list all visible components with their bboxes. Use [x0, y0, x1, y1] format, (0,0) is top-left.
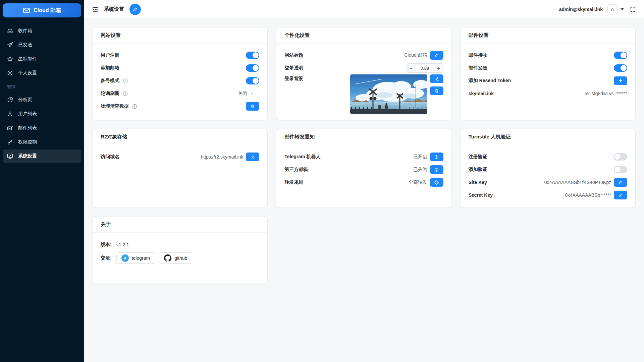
setting-row-purge: 物理清空数据 [101, 100, 259, 113]
sidebar-item-system-settings[interactable]: 系统设置 [3, 149, 81, 163]
sidebar-item-permissions[interactable]: 权限控制 [3, 135, 81, 149]
token-domain-label: skymail.ink [469, 91, 494, 96]
github-link-button[interactable]: github [159, 252, 192, 264]
add-mailbox-toggle[interactable] [246, 64, 259, 72]
setting-row-multi-account: 多号模式 [101, 74, 259, 87]
setting-row-login-opacity: 登录透明 − 0.88 + [284, 62, 443, 74]
edit-title-button[interactable] [129, 4, 141, 15]
sidebar-item-analytics[interactable]: 分析页 [3, 93, 81, 107]
forward-rule-status: 全部转发 [409, 179, 427, 185]
edit-secret-key-button[interactable] [614, 191, 627, 199]
forward-rule-label: 转发规则 [284, 179, 303, 185]
fullscreen-icon[interactable] [630, 6, 636, 12]
card-title: Turnstile 人机验证 [461, 129, 635, 145]
sidebar-item-users[interactable]: 用户列表 [3, 107, 81, 121]
info-icon[interactable] [132, 104, 137, 109]
key-icon [7, 139, 13, 145]
inbox-icon [7, 27, 13, 34]
mail-receive-toggle[interactable] [614, 52, 627, 59]
pencil-icon [434, 53, 439, 58]
sidebar-item-mail-list[interactable]: 邮件列表 [3, 121, 81, 135]
forward-rule-config-button[interactable] [430, 178, 443, 187]
star-icon [7, 56, 13, 62]
avatar[interactable]: A [607, 4, 618, 14]
send-icon [7, 42, 13, 48]
sidebar-item-inbox[interactable]: 收件箱 [3, 24, 81, 38]
setting-row-mail-send: 邮件发送 [469, 62, 627, 74]
register-verify-toggle[interactable] [614, 153, 627, 161]
polling-label: 轮询刷新 [101, 90, 119, 97]
sidebar-item-sent[interactable]: 已发送 [3, 38, 81, 52]
add-verify-toggle[interactable] [614, 166, 627, 173]
telegram-icon [121, 254, 129, 262]
site-title-label: 网站标题 [284, 52, 303, 58]
card-site-settings: 网站设置 用户注册 添加邮箱 多号模式 [92, 27, 268, 120]
setting-row-third-party: 第三方邮箱 已关闭 [284, 163, 443, 176]
add-resend-token-button[interactable]: + [614, 76, 627, 85]
contact-links: telegram github [116, 252, 193, 264]
polling-select[interactable]: 关闭 [234, 89, 259, 98]
card-title: 邮件设置 [461, 27, 635, 44]
sidebar-nav: 收件箱 已发送 星标邮件 个人设置 管理 分析页 用户列表 [0, 23, 84, 165]
gear-icon [434, 155, 439, 160]
r2-domain-label: 访问域名 [101, 154, 119, 160]
add-mailbox-label: 添加邮箱 [101, 65, 119, 71]
app-logo[interactable]: Cloud 邮箱 [3, 3, 81, 17]
sidebar-item-personal-settings[interactable]: 个人设置 [3, 66, 81, 80]
info-icon[interactable] [123, 91, 128, 96]
topbar: 系统设置 admin@skymail.ink A [84, 0, 644, 19]
pencil-icon [250, 155, 255, 159]
telegram-link-button[interactable]: telegram [116, 252, 155, 264]
delete-background-button[interactable] [430, 86, 443, 95]
stepper-plus-button[interactable]: + [434, 64, 443, 72]
pencil-icon [618, 193, 623, 197]
third-party-config-button[interactable] [430, 165, 443, 174]
sidebar-item-label: 分析页 [18, 97, 32, 103]
stepper-minus-button[interactable]: − [407, 64, 416, 72]
sidebar-item-label: 已发送 [18, 42, 32, 48]
setting-row-register-verify: 注册验证 [469, 150, 627, 163]
sidebar-item-label: 个人设置 [18, 70, 37, 76]
card-turnstile: Turnstile 人机验证 注册验证 添加验证 Site Key [460, 129, 636, 208]
contact-label: 交流: [101, 255, 112, 261]
card-personalization: 个性化设置 网站标题 Cloud 邮箱 登录透明 − 0.88 [276, 27, 451, 120]
setting-row-secret-key: Secret Key 0x4AAAAAABSb****** [469, 189, 627, 201]
telegram-bot-config-button[interactable] [430, 153, 443, 161]
edit-r2-domain-button[interactable] [246, 153, 259, 161]
gear-icon [7, 70, 13, 76]
sidebar-item-label: 星标邮件 [18, 56, 37, 62]
sidebar-item-starred[interactable]: 星标邮件 [3, 52, 81, 66]
card-body: Telegram 机器人 已开启 第三方邮箱 已关闭 转发规则 [276, 145, 451, 195]
setting-row-add-mailbox: 添加邮箱 [101, 62, 259, 74]
register-verify-label: 注册验证 [469, 154, 487, 160]
github-link-label: github [174, 255, 187, 261]
resend-token-label: 添加 Resend Token [469, 78, 511, 84]
opacity-value: 0.88 [416, 64, 434, 72]
edit-background-button[interactable] [430, 74, 443, 83]
card-body: 网站标题 Cloud 邮箱 登录透明 − 0.88 + [276, 44, 451, 120]
secret-key-label: Secret Key [469, 192, 493, 198]
multi-account-toggle[interactable] [246, 77, 259, 84]
third-party-label: 第三方邮箱 [284, 167, 308, 173]
sidebar-section-label: 管理 [3, 80, 81, 93]
github-icon [164, 254, 171, 262]
pencil-icon [434, 76, 439, 81]
mail-send-label: 邮件发送 [469, 65, 487, 71]
pie-chart-icon [7, 97, 13, 103]
card-title: 个性化设置 [276, 27, 451, 44]
mail-send-toggle[interactable] [614, 64, 627, 72]
main-area: 系统设置 admin@skymail.ink A 网站设置 用 [84, 0, 644, 362]
sidebar-fold-icon[interactable] [92, 6, 99, 13]
page-title: 系统设置 [104, 6, 124, 12]
user-icon [7, 111, 13, 117]
login-background-preview [350, 74, 427, 114]
setting-row-user-register: 用户注册 [101, 49, 259, 62]
opacity-stepper: − 0.88 + [407, 63, 443, 73]
sidebar: Cloud 邮箱 收件箱 已发送 星标邮件 个人设置 管理 分析页 [0, 0, 84, 362]
info-icon[interactable] [123, 78, 128, 83]
edit-site-title-button[interactable] [430, 51, 443, 60]
chevron-down-icon[interactable] [621, 8, 624, 10]
edit-site-key-button[interactable] [614, 178, 627, 187]
purge-data-button[interactable] [246, 102, 259, 111]
user-register-toggle[interactable] [246, 52, 259, 59]
